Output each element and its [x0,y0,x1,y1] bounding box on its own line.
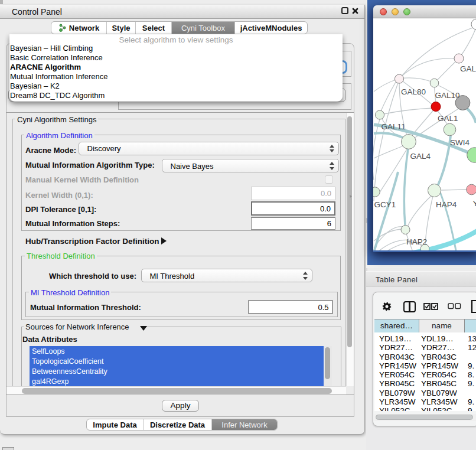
svg-text:SWI4: SWI4 [450,138,470,147]
svg-text:GAL10: GAL10 [435,91,460,100]
svg-text:GAL4: GAL4 [410,152,431,161]
svg-text:GAL7: GAL7 [460,64,476,73]
svg-text:Y: Y [473,199,476,208]
svg-text:GAL11: GAL11 [382,122,406,131]
svg-text:HAP2: HAP2 [406,237,427,246]
svg-text:GAL1: GAL1 [438,114,458,123]
svg-text:GAL80: GAL80 [401,87,426,96]
svg-text:HAP4: HAP4 [436,200,457,209]
svg-text:GCY1: GCY1 [374,200,396,209]
